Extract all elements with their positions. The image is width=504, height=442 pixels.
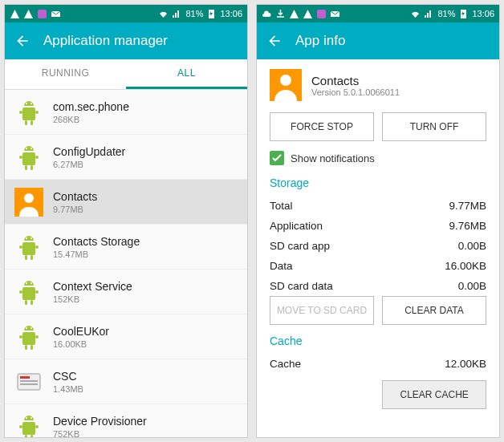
app-name: ConfigUpdater	[53, 145, 125, 158]
tab-running[interactable]: RUNNING	[5, 59, 126, 89]
app-icon	[316, 9, 327, 19]
app-name: CSC	[53, 370, 83, 383]
svg-point-45	[19, 425, 22, 428]
svg-rect-32	[30, 300, 33, 305]
app-row[interactable]: com.sec.phone268KB	[5, 90, 247, 135]
app-size: 268KB	[53, 115, 129, 124]
svg-point-37	[30, 327, 32, 329]
svg-rect-38	[25, 345, 27, 350]
svg-point-23	[30, 237, 32, 239]
svg-rect-16	[30, 165, 33, 170]
svg-point-4	[19, 111, 22, 114]
svg-rect-10	[22, 152, 35, 165]
svg-point-27	[19, 290, 22, 294]
app-size: 752KB	[53, 429, 147, 438]
clock: 13:06	[472, 9, 494, 18]
signal-icon	[424, 9, 434, 19]
android-icon	[14, 233, 43, 262]
download-icon	[275, 9, 286, 19]
svg-rect-25	[30, 255, 33, 260]
svg-rect-39	[30, 345, 33, 350]
battery-icon	[206, 9, 217, 19]
app-size: 1.43MB	[53, 384, 83, 394]
svg-rect-19	[22, 242, 35, 255]
move-to-sd-button: MOVE TO SD CARD	[270, 296, 374, 325]
application-value: 9.76MB	[449, 220, 486, 232]
cloud-icon	[262, 9, 272, 19]
app-manager-screen: 81% 13:06 Application manager RUNNING AL…	[4, 4, 248, 438]
app-row[interactable]: Context Service152KB	[5, 270, 247, 314]
app-bar: Application manager	[5, 22, 247, 59]
turn-off-button[interactable]: TURN OFF	[382, 112, 486, 141]
cache-label: Cache	[270, 358, 301, 370]
show-notifications-checkbox[interactable]: Show notifications	[270, 151, 486, 165]
svg-rect-49	[25, 435, 27, 438]
force-stop-button[interactable]: FORCE STOP	[270, 112, 374, 141]
app-row[interactable]: ConfigUpdater6.27MB	[5, 135, 247, 180]
svg-rect-15	[25, 165, 27, 170]
sd-app-label: SD card app	[270, 240, 330, 252]
svg-rect-43	[20, 383, 38, 385]
csc-icon	[14, 367, 43, 396]
svg-point-12	[35, 156, 39, 159]
back-icon[interactable]	[266, 33, 282, 49]
android-icon	[14, 412, 43, 438]
svg-rect-51	[317, 10, 326, 18]
warning-icon	[10, 9, 20, 19]
battery-pct: 81%	[185, 9, 203, 18]
app-version: Version 5.0.1.0066011	[311, 87, 400, 97]
svg-rect-50	[30, 435, 33, 438]
android-icon	[14, 143, 43, 172]
app-name: Contacts Storage	[53, 235, 140, 248]
sd-data-value: 0.00B	[458, 280, 486, 292]
app-name: CoolEUKor	[53, 325, 109, 338]
storage-section-title: Storage	[270, 176, 486, 189]
warning-icon	[303, 9, 313, 19]
app-row[interactable]: CoolEUKor16.00KB	[5, 314, 247, 359]
svg-point-11	[19, 156, 22, 159]
clear-cache-button[interactable]: CLEAR CACHE	[382, 380, 486, 409]
svg-point-22	[26, 237, 27, 239]
svg-rect-31	[25, 300, 27, 305]
wifi-icon	[158, 9, 169, 19]
app-info-screen: 81% 13:06 App info Contacts Version 5.0.…	[256, 4, 500, 438]
svg-point-14	[30, 148, 32, 149]
show-notifications-label: Show notifications	[291, 152, 375, 164]
app-row[interactable]: CSC1.43MB	[5, 359, 247, 404]
app-name: Contacts	[311, 74, 400, 87]
cache-section-title: Cache	[270, 335, 486, 347]
info-body: Contacts Version 5.0.1.0066011 FORCE STO…	[257, 59, 499, 437]
svg-point-29	[26, 282, 27, 284]
android-icon	[14, 98, 43, 127]
battery-pct: 81%	[437, 9, 455, 18]
tabs: RUNNING ALL	[5, 59, 247, 90]
contacts-icon	[14, 188, 43, 217]
wifi-icon	[410, 9, 421, 19]
android-icon	[14, 322, 43, 351]
svg-rect-3	[22, 107, 35, 120]
data-value: 16.00KB	[445, 260, 486, 272]
app-list[interactable]: com.sec.phone268KBConfigUpdater6.27MBCon…	[5, 90, 247, 437]
svg-point-28	[35, 290, 39, 294]
android-icon	[14, 278, 43, 306]
svg-point-55	[280, 75, 291, 86]
app-row[interactable]: Device Provisioner752KB	[5, 404, 247, 437]
battery-icon	[458, 9, 469, 19]
app-row[interactable]: Contacts9.77MB	[5, 180, 247, 225]
cache-value: 12.00KB	[445, 358, 486, 370]
app-size: 152KB	[53, 294, 132, 304]
svg-point-35	[35, 335, 39, 339]
clear-data-button[interactable]: CLEAR DATA	[382, 296, 486, 325]
svg-point-46	[35, 425, 39, 428]
sd-data-label: SD card data	[270, 280, 333, 292]
app-row[interactable]: Contacts Storage15.47MB	[5, 225, 247, 270]
svg-point-6	[26, 103, 27, 104]
svg-point-18	[24, 193, 34, 203]
svg-point-7	[30, 103, 32, 104]
back-icon[interactable]	[14, 33, 30, 49]
tab-all[interactable]: ALL	[126, 59, 247, 89]
warning-icon	[23, 9, 34, 19]
mail-icon	[330, 9, 340, 19]
app-bar: App info	[257, 22, 499, 59]
app-name: Context Service	[53, 280, 132, 293]
